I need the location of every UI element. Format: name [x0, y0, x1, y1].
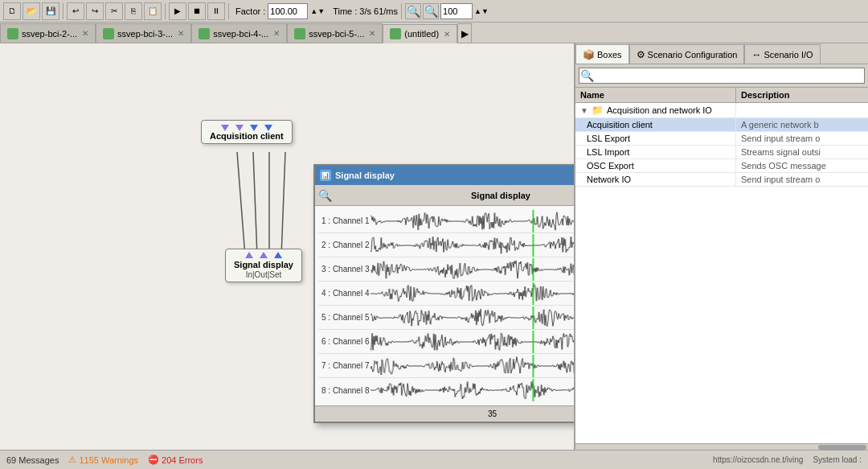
tree-expand-icon[interactable]: ▼	[580, 106, 588, 115]
tree-row-osc-export[interactable]: OSC Export Sends OSC message	[575, 159, 868, 173]
toolbar-btn-3[interactable]: ↪	[86, 2, 104, 20]
right-panel-scrollbar[interactable]	[575, 443, 868, 450]
sig-ports-top	[234, 252, 293, 258]
svg-line-3	[281, 152, 285, 257]
channel-row-5: 5 : Channel 5	[318, 306, 575, 330]
wave-canvas-8	[371, 379, 575, 401]
channel-row-3: 3 : Channel 3	[318, 257, 575, 282]
rpanel-tab-scenario-config[interactable]: ⚙ Scenario Configuration	[629, 44, 745, 64]
tab-3[interactable]: ssvep-bci-5-... ✕	[287, 23, 383, 43]
port-up-2[interactable]	[260, 252, 268, 258]
factor-label: Factor :	[235, 6, 265, 16]
tab-close-1[interactable]: ✕	[178, 29, 184, 38]
port-up-1[interactable]	[245, 252, 253, 258]
port-down-3[interactable]	[250, 125, 258, 131]
signal-toolbar-title: Signal display	[335, 191, 575, 200]
acquisition-node[interactable]: Acquisition client	[201, 120, 293, 144]
toolbar-btn-9[interactable]: ⏸	[207, 2, 225, 20]
canvas-area[interactable]: Acquisition client Signal display In|Out…	[0, 43, 575, 450]
signal-window-app-icon: 📊	[320, 170, 331, 181]
rpanel-tab-boxes[interactable]: 📦 Boxes	[575, 44, 629, 64]
channel-label-1: 1 : Channel 1	[318, 216, 371, 225]
toolbar-btn-5[interactable]: ⎘	[125, 2, 142, 20]
right-panel-tabs: 📦 Boxes ⚙ Scenario Configuration ↔ Scena…	[575, 43, 868, 64]
tree-item-network-desc: Send input stream o	[736, 173, 868, 186]
port-down-2[interactable]	[235, 125, 244, 131]
toolbar-btn-8[interactable]: ⏹	[188, 2, 206, 20]
tree-item-lsl-export-name: LSL Export	[575, 132, 736, 145]
tree-item-lsl-export-desc: Send input stream o	[736, 132, 868, 145]
signal-window-titlebar[interactable]: 📊 Signal display _ □ ×	[315, 166, 575, 185]
tree-item-lsl-import-desc: Streams signal outsi	[736, 146, 868, 158]
main-area: Acquisition client Signal display In|Out…	[0, 43, 868, 450]
right-panel: 📦 Boxes ⚙ Scenario Configuration ↔ Scena…	[575, 43, 868, 450]
toolbar-open-btn[interactable]: 📂	[23, 2, 40, 20]
zoom-spin[interactable]: ▲▼	[474, 7, 489, 15]
channel-wave-6	[371, 331, 575, 353]
tree-header-description: Description	[736, 88, 868, 102]
rpanel-tab-scenario-io[interactable]: ↔ Scenario I/O	[744, 44, 820, 64]
tab-overflow-arrow[interactable]: ▶	[457, 23, 472, 43]
warnings-count: 1155 Warnings	[79, 455, 138, 465]
tab-close-3[interactable]: ✕	[369, 29, 375, 38]
right-panel-tree[interactable]: ▼ 📁 Acquisition and network IO Acquisiti…	[575, 103, 868, 443]
tab-4[interactable]: (untitled) ✕	[383, 24, 457, 43]
signal-zoom-icon[interactable]: 🔍	[318, 189, 332, 202]
factor-input[interactable]	[268, 3, 308, 19]
tree-row-lsl-export[interactable]: LSL Export Send input stream o	[575, 132, 868, 146]
warning-icon: ⚠	[68, 455, 76, 465]
folder-icon: 📁	[592, 105, 604, 116]
port-down-1[interactable]	[221, 125, 229, 131]
tab-icon-1	[103, 28, 114, 39]
toolbar-new-btn[interactable]: 🗋	[3, 2, 21, 20]
channel-label-7: 7 : Channel 7	[318, 361, 371, 370]
tab-close-0[interactable]: ✕	[82, 29, 88, 38]
zoom-input[interactable]	[440, 3, 473, 19]
tree-headers: Name Description	[575, 88, 868, 103]
svg-line-0	[237, 152, 245, 257]
zoom-in-btn[interactable]: 🔍	[423, 3, 439, 19]
signal-window-title: Signal display	[335, 171, 395, 180]
toolbar-btn-7[interactable]: ▶	[169, 2, 186, 20]
status-bar: 69 Messages ⚠ 1155 Warnings ⛔ 204 Errors…	[0, 450, 868, 469]
toolbar-btn-4[interactable]: ✂	[105, 2, 123, 20]
port-down-4[interactable]	[264, 125, 272, 131]
tree-item-osc-label: OSC Export	[587, 161, 634, 171]
factor-spin[interactable]: ▲▼	[310, 7, 325, 15]
search-icon: 🔍	[580, 69, 594, 82]
channel-label-5: 5 : Channel 5	[318, 313, 371, 322]
tab-label-1: ssvep-bci-3-...	[117, 29, 173, 39]
tab-close-2[interactable]: ✕	[273, 29, 280, 38]
toolbar-sep-1	[63, 3, 63, 19]
channel-row-8: 8 : Channel 8	[318, 378, 575, 402]
tree-row-lsl-import[interactable]: LSL Import Streams signal outsi	[575, 146, 868, 159]
tree-row-folder[interactable]: ▼ 📁 Acquisition and network IO	[575, 103, 868, 118]
channel-label-4: 4 : Channel 4	[318, 289, 371, 298]
tab-1[interactable]: ssvep-bci-3-... ✕	[96, 23, 191, 43]
channel-wave-1	[371, 210, 575, 232]
tree-row-network-io[interactable]: Network IO Send input stream o	[575, 173, 868, 187]
channel-label-3: 3 : Channel 3	[318, 265, 371, 274]
acquisition-node-label: Acquisition client	[210, 131, 284, 141]
signal-node[interactable]: Signal display In|Out|Set	[225, 249, 302, 282]
toolbar-sep-2	[165, 3, 166, 19]
signal-node-label: Signal display	[234, 260, 293, 269]
channel-wave-8	[371, 379, 575, 401]
acq-ports-bottom	[210, 125, 284, 131]
wave-canvas-7	[371, 355, 575, 377]
zoom-out-btn[interactable]: 🔍	[405, 3, 421, 19]
tab-2[interactable]: ssvep-bci-4-... ✕	[191, 23, 287, 43]
tab-label-3: ssvep-bci-5-...	[309, 29, 364, 39]
port-up-3[interactable]	[274, 252, 282, 258]
toolbar-btn-6[interactable]: 📋	[144, 2, 162, 20]
toolbar-save-btn[interactable]: 💾	[42, 2, 59, 20]
channel-label-6: 6 : Channel 6	[318, 337, 371, 346]
tab-0[interactable]: ssvep-bci-2-... ✕	[0, 23, 96, 43]
search-input[interactable]	[579, 68, 865, 84]
tree-row-acq-client[interactable]: Acquisition client A generic network b	[575, 118, 868, 132]
rpanel-tab-io-label: Scenario I/O	[764, 50, 813, 60]
tab-close-4[interactable]: ✕	[444, 30, 450, 39]
tree-item-osc-name: OSC Export	[575, 159, 736, 172]
channel-label-8: 8 : Channel 8	[318, 386, 371, 395]
toolbar-btn-2[interactable]: ↩	[67, 2, 84, 20]
